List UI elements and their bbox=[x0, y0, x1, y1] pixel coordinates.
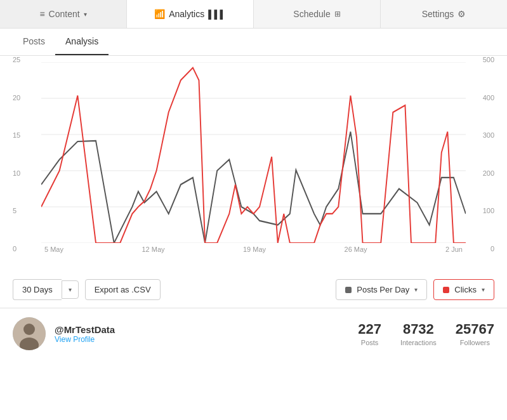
profile-info: @MrTestData View Profile bbox=[55, 324, 115, 344]
line-chart bbox=[13, 62, 494, 243]
export-csv-button[interactable]: Export as .CSV bbox=[85, 279, 161, 300]
tab-schedule[interactable]: Schedule ⊞ bbox=[254, 0, 381, 28]
x-axis-labels: 5 May 12 May 19 May 26 May 2 Jun bbox=[13, 243, 494, 253]
tab-settings[interactable]: Settings ⚙ bbox=[381, 0, 507, 28]
chevron-down-icon: ▾ bbox=[414, 286, 418, 293]
top-navigation: ≡ Content ▾ 📶 Analytics ▌▌▌ Schedule ⊞ S… bbox=[0, 0, 507, 29]
chevron-down-icon: ▾ bbox=[482, 286, 485, 293]
controls-bar: 30 Days ▾ Export as .CSV Posts Per Day ▾… bbox=[0, 272, 507, 308]
profile-footer: @MrTestData View Profile 227 Posts 8732 … bbox=[0, 308, 507, 359]
days-dropdown-button[interactable]: ▾ bbox=[62, 280, 79, 299]
posts-count: 227 bbox=[358, 321, 381, 338]
posts-per-day-line bbox=[41, 132, 466, 243]
subtab-posts[interactable]: Posts bbox=[13, 29, 55, 55]
chart-area: 25 20 15 10 5 0 500 400 300 200 100 0 bbox=[0, 56, 507, 272]
tab-analytics[interactable]: 📶 Analytics ▌▌▌ bbox=[127, 0, 254, 28]
bar-chart-icon: 📶 bbox=[154, 9, 165, 19]
chevron-down-icon: ▾ bbox=[69, 286, 72, 293]
analytics-icon-bar: ▌▌▌ bbox=[208, 10, 226, 19]
posts-dot-icon bbox=[345, 287, 352, 293]
avatar-image bbox=[13, 317, 46, 350]
clicks-selector[interactable]: Clicks ▾ bbox=[433, 279, 494, 300]
profile-name: @MrTestData bbox=[55, 324, 115, 335]
days-button[interactable]: 30 Days bbox=[13, 279, 62, 300]
subtab-analysis[interactable]: Analysis bbox=[55, 29, 109, 55]
followers-label: Followers bbox=[456, 339, 494, 346]
gear-icon: ⚙ bbox=[458, 9, 466, 19]
chart-svg bbox=[41, 62, 466, 243]
stats-container: 227 Posts 8732 Interactions 25767 Follow… bbox=[358, 321, 494, 346]
view-profile-link[interactable]: View Profile bbox=[55, 335, 115, 344]
clicks-dot-icon bbox=[443, 287, 449, 293]
interactions-stat: 8732 Interactions bbox=[400, 321, 437, 346]
svg-point-7 bbox=[23, 324, 35, 335]
interactions-count: 8732 bbox=[400, 321, 437, 338]
tab-content[interactable]: ≡ Content ▾ bbox=[0, 0, 127, 28]
interactions-label: Interactions bbox=[400, 339, 437, 346]
posts-label: Posts bbox=[358, 339, 381, 346]
clicks-line bbox=[41, 68, 466, 243]
avatar bbox=[13, 317, 46, 350]
posts-stat: 227 Posts bbox=[358, 321, 381, 346]
followers-stat: 25767 Followers bbox=[456, 321, 494, 346]
days-selector: 30 Days ▾ bbox=[13, 279, 79, 300]
grid-icon: ⊞ bbox=[334, 10, 341, 18]
sub-navigation: Posts Analysis bbox=[0, 29, 507, 56]
layers-icon: ≡ bbox=[39, 9, 44, 19]
followers-count: 25767 bbox=[456, 321, 494, 338]
chevron-down-icon: ▾ bbox=[84, 11, 87, 18]
posts-per-day-selector[interactable]: Posts Per Day ▾ bbox=[336, 279, 427, 300]
